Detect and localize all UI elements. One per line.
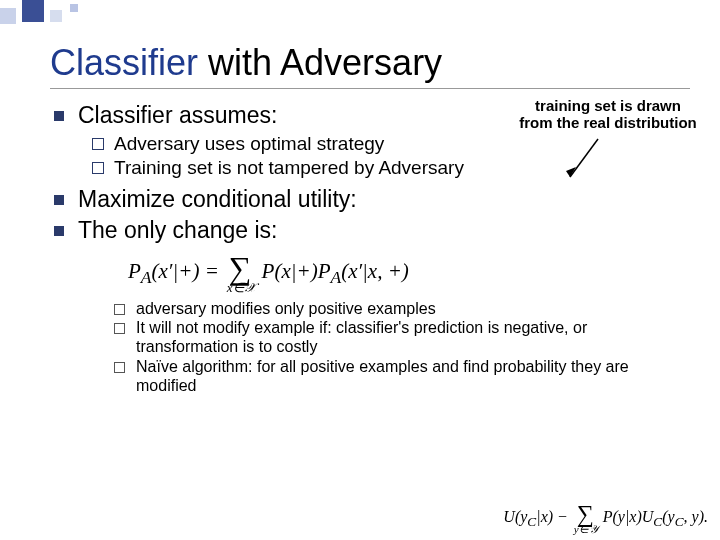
bullet-2: Maximize conditional utility:	[50, 185, 690, 214]
formula-corner: U(yC|x) − ∑ y∈𝒴 P(y|x)UC(yC, y).	[503, 504, 708, 534]
fc-lhs: U(y	[503, 508, 527, 525]
bullet-3: The only change is:	[50, 216, 690, 245]
slide-decoration	[0, 0, 220, 30]
bullet-1a: Adversary uses optimal strategy	[90, 132, 690, 156]
f-lhs-sub: A	[141, 267, 152, 287]
fc-rhs-sub: C	[653, 514, 662, 529]
bullet-1: Classifier assumes: Adversary uses optim…	[50, 101, 690, 179]
bullet-1-text: Classifier assumes:	[78, 102, 277, 128]
sublist-1: Adversary uses optimal strategy Training…	[90, 132, 690, 180]
f-rhs1-sub: A	[330, 267, 341, 287]
sigma-icon: ∑ x∈𝒳	[227, 255, 254, 293]
f-rhs2: (x′|x, +)	[341, 259, 409, 283]
sub-bullet-2: It will not modify example if: classifie…	[114, 318, 690, 356]
fc-rhs: P(y|x)U	[603, 508, 654, 525]
fc-lhs-sub: C	[527, 514, 536, 529]
fc-lhs2: |x) −	[536, 508, 568, 525]
fc-rhs2: (y	[662, 508, 674, 525]
slide-title: Classifier with Adversary	[50, 42, 690, 84]
bullet-1b: Training set is not tampered by Adversar…	[90, 156, 690, 180]
f-lhs-arg: (x′|+) =	[152, 259, 219, 283]
formula-main: PA(x′|+) = ∑ x∈𝒳 P(x|+)PA(x′|x, +)	[128, 255, 690, 293]
f-rhs1: P(x|+)P	[262, 259, 331, 283]
title-rest: with Adversary	[198, 42, 442, 83]
f-lhs: P	[128, 259, 141, 283]
fc-rhs3: , y).	[684, 508, 708, 525]
title-accent: Classifier	[50, 42, 198, 83]
sub-bullet-1: adversary modifies only positive example…	[114, 299, 690, 318]
title-rule	[50, 88, 690, 89]
fc-sum-sub: y∈𝒴	[574, 525, 597, 534]
slide-body: training set is drawn from the real dist…	[50, 101, 690, 395]
fc-rhs2-sub: C	[675, 514, 684, 529]
sub-bullet-list: adversary modifies only positive example…	[114, 299, 690, 395]
f-sum-sub: x∈𝒳	[227, 282, 254, 293]
bullet-list: Classifier assumes: Adversary uses optim…	[50, 101, 690, 245]
sub-bullet-3: Naïve algorithm: for all positive exampl…	[114, 357, 690, 395]
sigma-corner-icon: ∑ y∈𝒴	[574, 504, 597, 534]
